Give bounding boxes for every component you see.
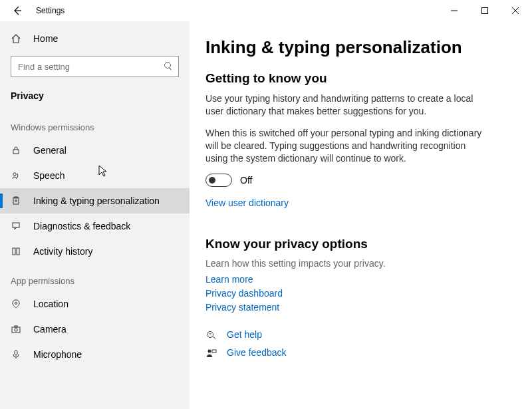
sidebar-section-app-permissions: App permissions bbox=[0, 264, 190, 291]
svg-rect-6 bbox=[13, 223, 19, 227]
svg-point-16 bbox=[208, 349, 211, 352]
close-button[interactable] bbox=[500, 0, 531, 21]
give-feedback-link: Give feedback bbox=[227, 346, 287, 360]
sidebar-item-label: Microphone bbox=[33, 349, 82, 360]
get-help-row[interactable]: ? Get help bbox=[205, 328, 511, 342]
sidebar-home[interactable]: Home bbox=[0, 28, 190, 49]
give-feedback-row[interactable]: Give feedback bbox=[205, 346, 511, 360]
sidebar-section-windows-permissions: Windows permissions bbox=[0, 110, 190, 138]
titlebar: Settings bbox=[0, 0, 532, 21]
sidebar-item-camera[interactable]: Camera bbox=[0, 317, 190, 342]
help-icon: ? bbox=[205, 330, 217, 341]
svg-rect-12 bbox=[15, 326, 17, 327]
arrow-left-icon bbox=[12, 5, 23, 16]
learn-more-link[interactable]: Learn more bbox=[205, 273, 511, 287]
sidebar-home-label: Home bbox=[33, 33, 58, 44]
description-para-1: Use your typing history and handwriting … bbox=[205, 92, 485, 118]
description-para-2: When this is switched off your personal … bbox=[205, 127, 485, 165]
svg-text:?: ? bbox=[209, 333, 211, 337]
sidebar-item-activity[interactable]: Activity history bbox=[0, 239, 190, 264]
speech-icon bbox=[11, 171, 21, 180]
svg-rect-17 bbox=[212, 350, 216, 352]
svg-rect-2 bbox=[13, 150, 19, 154]
svg-rect-0 bbox=[482, 8, 488, 14]
content-area: Inking & typing personalization Getting … bbox=[190, 21, 532, 409]
sidebar-item-general[interactable]: General bbox=[0, 138, 190, 163]
svg-point-9 bbox=[15, 303, 17, 305]
window-title: Settings bbox=[36, 6, 65, 15]
sidebar-item-label: Location bbox=[33, 299, 68, 309]
sidebar-item-label: Speech bbox=[33, 170, 65, 181]
close-icon bbox=[512, 7, 519, 14]
sidebar-category: Privacy bbox=[0, 84, 190, 110]
feedback-icon bbox=[11, 221, 21, 231]
svg-rect-13 bbox=[15, 350, 17, 355]
sidebar-item-label: Inking & typing personalization bbox=[33, 196, 160, 206]
svg-rect-8 bbox=[17, 248, 19, 255]
sidebar-item-label: General bbox=[33, 145, 66, 156]
svg-point-11 bbox=[15, 329, 17, 331]
privacy-statement-link[interactable]: Privacy statement bbox=[205, 301, 511, 315]
sidebar-item-label: Diagnostics & feedback bbox=[33, 221, 130, 231]
maximize-icon bbox=[481, 7, 488, 14]
maximize-button[interactable] bbox=[469, 0, 500, 21]
toggle-label: Off bbox=[240, 175, 252, 186]
sidebar-item-speech[interactable]: Speech bbox=[0, 163, 190, 188]
sidebar-item-location[interactable]: Location bbox=[0, 291, 190, 317]
view-user-dictionary-link[interactable]: View user dictionary bbox=[205, 196, 511, 210]
sidebar-item-label: Activity history bbox=[33, 246, 92, 257]
svg-rect-10 bbox=[12, 327, 20, 333]
personalization-toggle[interactable] bbox=[205, 174, 232, 187]
search-icon bbox=[163, 61, 174, 71]
lock-icon bbox=[11, 146, 21, 155]
camera-icon bbox=[11, 325, 21, 334]
history-icon bbox=[11, 247, 21, 256]
section-heading-getting-to-know: Getting to know you bbox=[205, 71, 511, 86]
page-title: Inking & typing personalization bbox=[205, 37, 511, 58]
svg-rect-7 bbox=[13, 248, 15, 255]
microphone-icon bbox=[11, 350, 21, 359]
back-button[interactable] bbox=[11, 4, 24, 17]
privacy-dashboard-link[interactable]: Privacy dashboard bbox=[205, 287, 511, 301]
sidebar-item-inking[interactable]: Inking & typing personalization bbox=[0, 188, 190, 213]
section-heading-privacy-options: Know your privacy options bbox=[205, 237, 511, 251]
svg-point-3 bbox=[13, 173, 16, 176]
location-icon bbox=[11, 299, 21, 309]
sidebar-item-microphone[interactable]: Microphone bbox=[0, 342, 190, 367]
minimize-button[interactable] bbox=[439, 0, 469, 21]
search-input[interactable] bbox=[11, 56, 179, 77]
feedback-person-icon bbox=[205, 348, 217, 358]
minimize-icon bbox=[451, 7, 458, 14]
sidebar-item-label: Camera bbox=[33, 324, 66, 335]
sidebar: Home Privacy Windows permissions General… bbox=[0, 21, 190, 409]
home-icon bbox=[11, 33, 21, 44]
sidebar-item-diagnostics[interactable]: Diagnostics & feedback bbox=[0, 213, 190, 239]
get-help-link: Get help bbox=[227, 328, 262, 342]
svg-point-1 bbox=[165, 63, 171, 68]
clipboard-icon bbox=[11, 196, 21, 205]
privacy-subtext: Learn how this setting impacts your priv… bbox=[205, 258, 511, 269]
